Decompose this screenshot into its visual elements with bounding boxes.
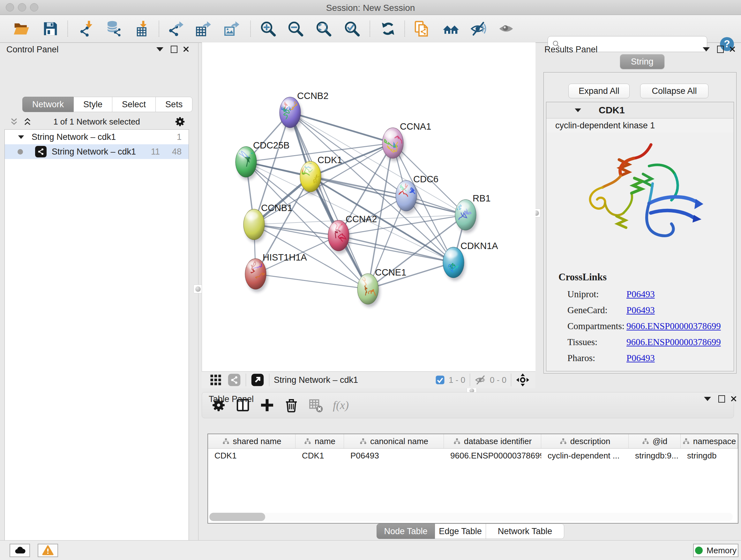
- table-cell[interactable]: CDK1: [208, 449, 295, 462]
- collapse-all-button[interactable]: Collapse All: [640, 84, 709, 98]
- column-header-canonical-name[interactable]: canonical name: [344, 434, 444, 448]
- warnings-button[interactable]: [38, 544, 58, 557]
- network-node-CCNA1[interactable]: CCNA1: [382, 121, 431, 161]
- network-options-gear-icon[interactable]: [174, 116, 186, 127]
- export-network-button[interactable]: [166, 19, 185, 38]
- selected-checkbox-icon[interactable]: [434, 374, 446, 385]
- tab-select[interactable]: Select: [112, 97, 156, 112]
- add-column-icon[interactable]: [259, 397, 275, 413]
- network-node-RB1[interactable]: RB1: [454, 193, 490, 233]
- table-panel-float-button[interactable]: [716, 394, 727, 403]
- network-edge-CCNA2-CDKN1A[interactable]: [339, 236, 454, 262]
- zoom-selected-button[interactable]: [343, 19, 361, 38]
- save-session-button[interactable]: [41, 19, 60, 38]
- node-label-CDKN1A: CDKN1A: [461, 241, 498, 251]
- network-edge-CCNB2-CCNE1[interactable]: [290, 112, 368, 289]
- network-canvas[interactable]: CCNB2CCNA1CDC25BCDK1CDC6RB1CCNB1CCNA2CDK…: [202, 43, 536, 371]
- node-label-CCNE1: CCNE1: [375, 267, 406, 277]
- column-header-description[interactable]: description: [541, 434, 629, 448]
- table-cell[interactable]: stringdb:9...: [629, 449, 681, 462]
- crosslink-value-link[interactable]: P06493: [626, 305, 655, 315]
- function-builder-button[interactable]: f(x): [333, 398, 349, 412]
- network-node-CCNA2[interactable]: CCNA2: [328, 214, 377, 254]
- string-view-icon[interactable]: [227, 373, 241, 387]
- table-cell[interactable]: CDK1: [295, 449, 344, 462]
- tab-network-table[interactable]: Network Table: [486, 523, 564, 539]
- cloud-status-button[interactable]: [10, 544, 30, 557]
- network-row-selected[interactable]: String Network – cdk1 11 48: [5, 144, 189, 159]
- column-header-namespace[interactable]: namespace: [681, 434, 738, 448]
- column-header--id[interactable]: @id: [629, 434, 681, 448]
- tab-network[interactable]: Network: [22, 97, 74, 112]
- memory-status-dot: [695, 547, 703, 554]
- results-panel-float-button[interactable]: [715, 44, 726, 54]
- table-panel-close-button[interactable]: [728, 394, 739, 403]
- table-cell[interactable]: stringdb: [681, 449, 738, 462]
- node-label-CCNB1: CCNB1: [261, 203, 292, 213]
- collection-expand-icon[interactable]: [18, 135, 24, 138]
- crosslink-value-link[interactable]: P06493: [626, 353, 655, 363]
- protein-header-row[interactable]: CDK1: [546, 102, 734, 118]
- network-edge-HIST1H1A-CCNE1[interactable]: [256, 274, 368, 289]
- selected-count: 1 - 0: [449, 375, 465, 385]
- import-table-button[interactable]: [132, 19, 151, 38]
- network-edge-CCNB2-CCNA1[interactable]: [290, 112, 393, 143]
- network-node-CDKN1A[interactable]: CDKN1A: [443, 241, 498, 281]
- delete-table-icon[interactable]: [308, 397, 323, 413]
- network-collection-row[interactable]: String Network – cdk1 1: [5, 130, 189, 144]
- import-network-from-database-button[interactable]: [104, 19, 123, 38]
- control-panel-close-button[interactable]: [181, 44, 192, 54]
- copy-view-button[interactable]: [413, 19, 431, 38]
- open-session-button[interactable]: [12, 19, 30, 38]
- column-header-name[interactable]: name: [295, 434, 344, 448]
- column-header-shared-name[interactable]: shared name: [208, 434, 295, 448]
- control-panel-float-button[interactable]: [169, 44, 179, 54]
- crosslink-value-link[interactable]: 9606.ENSP00000378699: [626, 337, 721, 348]
- control-panel-title: Control Panel: [6, 45, 59, 55]
- table-row[interactable]: CDK1CDK1P064939606.ENSP00000378699cyclin…: [208, 449, 738, 462]
- export-view-icon[interactable]: [251, 373, 265, 387]
- results-panel-close-button[interactable]: [727, 44, 738, 54]
- protein-collapse-icon[interactable]: [575, 108, 581, 112]
- refresh-view-button[interactable]: [379, 19, 397, 38]
- table-cell[interactable]: P06493: [344, 449, 444, 462]
- tab-style[interactable]: Style: [74, 97, 112, 112]
- node-label-CCNA2: CCNA2: [346, 214, 377, 224]
- table-header-row: shared namenamecanonical namedatabase id…: [208, 434, 738, 449]
- tab-sets[interactable]: Sets: [156, 97, 192, 112]
- expand-all-button[interactable]: Expand All: [568, 84, 630, 98]
- birds-eye-grid-icon[interactable]: [209, 373, 223, 387]
- crosslink-value-link[interactable]: 9606.ENSP00000378699: [626, 321, 721, 331]
- results-panel-menu-button[interactable]: [701, 44, 712, 54]
- table-horizontal-scrollbar[interactable]: [209, 513, 733, 521]
- import-network-button[interactable]: [77, 19, 96, 38]
- zoom-in-button[interactable]: [259, 19, 277, 38]
- tab-node-table[interactable]: Node Table: [377, 523, 435, 539]
- hidden-eye-icon[interactable]: [475, 374, 487, 386]
- tab-edge-table[interactable]: Edge Table: [435, 523, 486, 539]
- tab-string[interactable]: String: [620, 54, 664, 69]
- export-table-button[interactable]: [194, 19, 212, 38]
- show-graphics-details-button[interactable]: [497, 19, 515, 38]
- control-panel-menu-button[interactable]: [154, 44, 165, 54]
- left-splitter-handle[interactable]: [193, 285, 202, 294]
- zoom-fit-icon: [315, 20, 332, 37]
- open-session-icon: [13, 20, 30, 37]
- node-table: shared namenamecanonical namedatabase id…: [207, 434, 738, 523]
- hide-graphics-details-button[interactable]: [469, 19, 488, 38]
- export-image-button[interactable]: [222, 19, 241, 38]
- memory-button[interactable]: Memory: [693, 544, 738, 557]
- table-cell[interactable]: cyclin-dependent ...: [541, 449, 629, 462]
- crosslink-value-link[interactable]: P06493: [626, 289, 655, 300]
- table-panel-menu-button[interactable]: [702, 394, 713, 403]
- network-node-CCNE1[interactable]: CCNE1: [357, 267, 406, 307]
- move-crosshair-icon[interactable]: [516, 373, 530, 387]
- zoom-out-icon: [287, 20, 304, 37]
- network-node-HIST1H1A[interactable]: HIST1H1A: [245, 252, 307, 292]
- zoom-out-button[interactable]: [286, 19, 305, 38]
- network-overview-button[interactable]: [442, 19, 460, 38]
- delete-column-icon[interactable]: [284, 397, 299, 413]
- zoom-fit-button[interactable]: [314, 19, 333, 38]
- column-header-database-identifier[interactable]: database identifier: [444, 434, 541, 448]
- table-cell[interactable]: 9606.ENSP00000378699: [444, 449, 541, 462]
